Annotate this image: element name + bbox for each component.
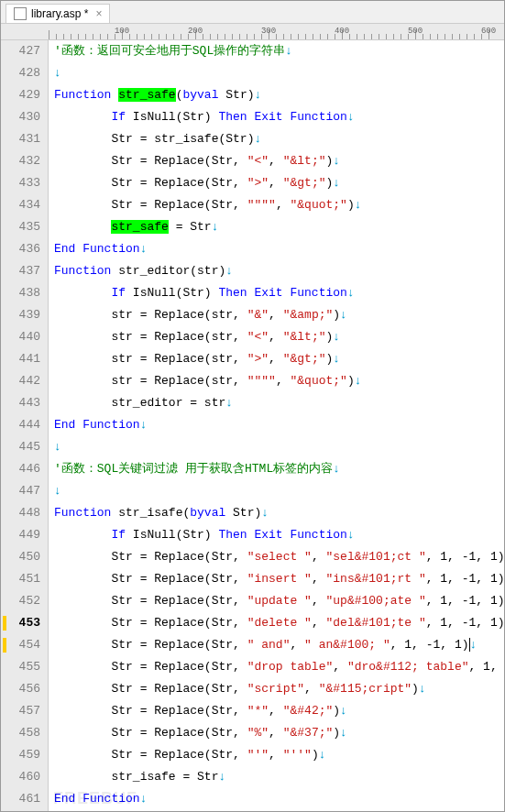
- code-line[interactable]: If IsNull(Str) Then Exit Function↓: [54, 524, 504, 546]
- line-number: 432: [1, 150, 40, 172]
- line-number: 454: [1, 634, 40, 656]
- code-line[interactable]: Str = Replace(Str, ">", "&gt;")↓: [54, 172, 504, 194]
- code-line[interactable]: '函数：返回可安全地用于SQL操作的字符串↓: [54, 40, 504, 62]
- line-number: 453: [1, 612, 40, 634]
- code-line[interactable]: Str = Replace(Str, "script", "&#115;crip…: [54, 678, 504, 700]
- code-editor[interactable]: 4274284294304314324334344354364374384394…: [1, 40, 504, 812]
- code-line[interactable]: Str = Replace(Str, "insert ", "ins&#101;…: [54, 568, 504, 590]
- code-line[interactable]: str = Replace(str, ">", "&gt;")↓: [54, 348, 504, 370]
- line-number: 455: [1, 656, 40, 678]
- code-line[interactable]: Str = Replace(Str, "%", "&#37;")↓: [54, 722, 504, 744]
- line-number: 446: [1, 458, 40, 480]
- line-number: 431: [1, 128, 40, 150]
- code-line[interactable]: str_safe = Str↓: [54, 216, 504, 238]
- code-line[interactable]: If IsNull(Str) Then Exit Function↓: [54, 106, 504, 128]
- code-line[interactable]: str = Replace(str, "&", "&amp;")↓: [54, 304, 504, 326]
- file-tab[interactable]: library.asp * ×: [5, 4, 110, 23]
- code-line[interactable]: str = Replace(str, "<", "&lt;")↓: [54, 326, 504, 348]
- line-number: 449: [1, 524, 40, 546]
- code-line[interactable]: Str = str_isafe(Str)↓: [54, 128, 504, 150]
- close-icon[interactable]: ×: [95, 7, 102, 20]
- line-number: 430: [1, 106, 40, 128]
- code-line[interactable]: Function str_safe(byval Str)↓: [54, 84, 504, 106]
- code-line[interactable]: Function str_editor(str)↓: [54, 260, 504, 282]
- code-line[interactable]: Str = Replace(Str, "select ", "sel&#101;…: [54, 546, 504, 568]
- line-number: 457: [1, 700, 40, 722]
- code-line[interactable]: str_isafe = Str↓: [54, 766, 504, 788]
- code-line[interactable]: Str = Replace(Str, "update ", "up&#100;a…: [54, 590, 504, 612]
- line-number: 437: [1, 260, 40, 282]
- line-number: 451: [1, 568, 40, 590]
- code-line[interactable]: ↓: [54, 480, 504, 502]
- code-line[interactable]: End Function↓: [54, 788, 504, 810]
- line-number: 439: [1, 304, 40, 326]
- line-number: 438: [1, 282, 40, 304]
- code-line[interactable]: Str = Replace(Str, "drop table", "dro&#1…: [54, 656, 504, 678]
- line-number: 460: [1, 766, 40, 788]
- line-number: 458: [1, 722, 40, 744]
- code-area[interactable]: FREEBUF '函数：返回可安全地用于SQL操作的字符串↓↓Function …: [49, 40, 504, 812]
- code-line[interactable]: Str = Replace(Str, """", "&quot;")↓: [54, 194, 504, 216]
- line-number: 427: [1, 40, 40, 62]
- line-number: 429: [1, 84, 40, 106]
- line-number: 461: [1, 788, 40, 810]
- code-line[interactable]: End Function↓: [54, 238, 504, 260]
- code-line[interactable]: Str = Replace(Str, " and", " an&#100; ",…: [54, 634, 504, 656]
- tab-bar: library.asp * ×: [1, 1, 504, 24]
- line-number: 435: [1, 216, 40, 238]
- code-line[interactable]: ↓: [54, 62, 504, 84]
- line-number: 440: [1, 326, 40, 348]
- code-line[interactable]: Str = Replace(Str, "*", "&#42;")↓: [54, 700, 504, 722]
- line-number: 450: [1, 546, 40, 568]
- code-line[interactable]: Str = Replace(Str, "<", "&lt;")↓: [54, 150, 504, 172]
- code-line[interactable]: If IsNull(Str) Then Exit Function↓: [54, 282, 504, 304]
- line-number: 445: [1, 436, 40, 458]
- line-number: 447: [1, 480, 40, 502]
- line-number: 441: [1, 348, 40, 370]
- line-number: 436: [1, 238, 40, 260]
- code-line[interactable]: Str = Replace(Str, "delete ", "del&#101;…: [54, 612, 504, 634]
- line-number: 442: [1, 370, 40, 392]
- code-line[interactable]: End Function↓: [54, 414, 504, 436]
- code-line[interactable]: ↓: [54, 436, 504, 458]
- tab-filename: library.asp *: [31, 7, 88, 20]
- line-number: 428: [1, 62, 40, 84]
- line-number: 434: [1, 194, 40, 216]
- line-number: 444: [1, 414, 40, 436]
- code-line[interactable]: Function str_isafe(byval Str)↓: [54, 502, 504, 524]
- code-line[interactable]: str_editor = str↓: [54, 392, 504, 414]
- line-number: 456: [1, 678, 40, 700]
- line-number: 448: [1, 502, 40, 524]
- line-number: 459: [1, 744, 40, 766]
- file-icon: [14, 7, 27, 20]
- change-marker: [3, 616, 6, 631]
- ruler: 100200300400500600: [1, 24, 504, 40]
- line-number: 433: [1, 172, 40, 194]
- code-line[interactable]: '函数：SQL关键词过滤 用于获取含HTML标签的内容↓: [54, 458, 504, 480]
- line-number: 452: [1, 590, 40, 612]
- code-line[interactable]: Str = Replace(Str, "'", "''")↓: [54, 744, 504, 766]
- line-number: 443: [1, 392, 40, 414]
- code-line[interactable]: str = Replace(str, """", "&quot;")↓: [54, 370, 504, 392]
- line-number-gutter: 4274284294304314324334344354364374384394…: [1, 40, 49, 812]
- change-marker: [3, 638, 6, 653]
